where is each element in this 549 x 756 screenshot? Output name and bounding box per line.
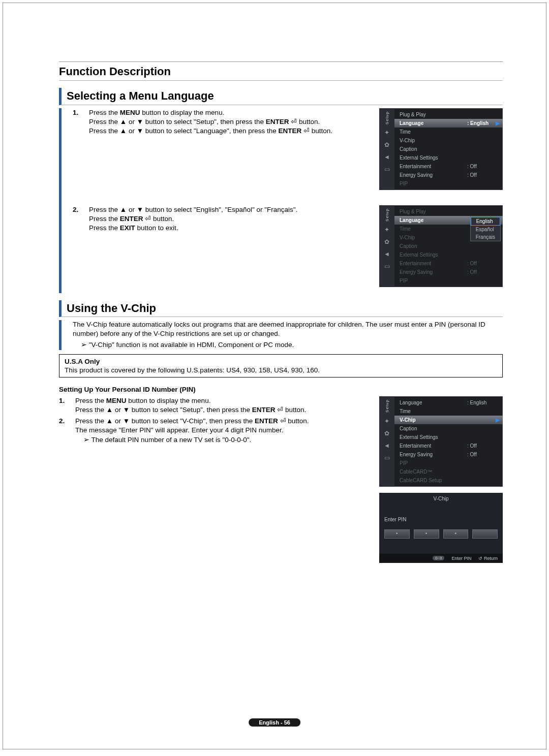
osd-item-label: Entertainment	[400, 164, 467, 169]
osd-item-label: External Settings	[400, 434, 467, 440]
step-text: Press the ▲ or ▼ button to select "Engli…	[89, 205, 297, 214]
instruction-step: 1.Press the MENU button to display the m…	[59, 396, 372, 415]
osd-row[interactable]: Caption	[394, 145, 503, 153]
osd-item-label: External Settings	[400, 252, 467, 258]
instruction-step: 2.Press the ▲ or ▼ button to select "Eng…	[73, 205, 372, 233]
osd-row[interactable]: Entertainment: Off	[394, 442, 503, 450]
vchip-intro: The V-Chip feature automatically locks o…	[73, 320, 503, 338]
osd-item-label: CableCARD™	[400, 469, 467, 475]
wand-icon: ✦	[384, 226, 389, 233]
step-text: Press the ▲ or ▼ button to select "V-Chi…	[75, 417, 309, 426]
osd-row[interactable]: PIP	[394, 459, 503, 467]
chevron-right-icon: ▶	[496, 120, 500, 127]
osd-row[interactable]: V-Chip	[394, 136, 503, 145]
signal-icon: ◄	[384, 153, 390, 161]
osd-row[interactable]: Caption	[394, 242, 503, 250]
osd-row[interactable]: PIP	[394, 276, 503, 285]
osd-item-label: Caption	[400, 243, 467, 249]
signal-icon: ◄	[384, 442, 390, 449]
osd-row[interactable]: External Settings	[394, 433, 503, 442]
osd-item-label: PIP	[400, 181, 467, 186]
osd-row[interactable]: Plug & Play	[394, 110, 503, 119]
osd-item-label: Caption	[400, 426, 467, 431]
osd-row[interactable]: Time	[394, 407, 503, 416]
osd-row[interactable]: Energy Saving: Off	[394, 450, 503, 459]
osd-item-label: Energy Saving	[400, 172, 467, 178]
osd-item-label: V-Chip	[400, 138, 467, 143]
language-option[interactable]: English	[471, 217, 500, 226]
osd-row[interactable]: External Settings	[394, 250, 503, 259]
step-text: Press the MENU button to display the men…	[75, 396, 306, 405]
osd-item-value: : Off	[467, 172, 498, 178]
screen-icon: ▭	[384, 263, 390, 270]
osd-language-dropdown: Setup ✦ ✿ ◄ ▭ Plug & PlayLanguage▶TimeV-…	[379, 205, 503, 287]
osd-setup-vchip: Setup ✦ ✿ ◄ ▭ Language: EnglishTimeV-Chi…	[379, 396, 503, 487]
osd-row[interactable]: Energy Saving: Off	[394, 268, 503, 276]
osd-row[interactable]: Plug & Play	[394, 207, 503, 216]
osd-item-value: : English	[467, 400, 498, 405]
step-text: Press the EXIT button to exit.	[89, 224, 297, 233]
gear-icon: ✿	[384, 238, 389, 245]
screen-icon: ▭	[384, 166, 390, 173]
osd-item-label: CableCARD Setup	[400, 478, 467, 483]
wand-icon: ✦	[384, 129, 389, 136]
osd-item-value: : Off	[467, 452, 498, 457]
section-selecting-language: Selecting a Menu Language	[59, 88, 503, 105]
screen-icon: ▭	[384, 454, 390, 461]
osd-item-value: : English	[467, 120, 498, 126]
osd-item-label: Language	[400, 217, 467, 223]
osd-row[interactable]: Time	[394, 128, 503, 136]
osd-item-label: Plug & Play	[400, 112, 467, 117]
osd-row[interactable]: Energy Saving: Off	[394, 171, 503, 179]
step-number: 1.	[73, 108, 83, 136]
usa-only-body: This product is covered by the following…	[65, 366, 497, 374]
step-number: 2.	[59, 417, 69, 445]
osd-item-label: Energy Saving	[400, 452, 467, 457]
step-text: The message "Enter PIN" will appear. Ent…	[75, 426, 309, 435]
osd-item-label: Entertainment	[400, 261, 467, 266]
osd-item-label: Entertainment	[400, 443, 467, 449]
chevron-right-icon: ▶	[496, 417, 500, 423]
language-option[interactable]: Français	[471, 233, 500, 241]
osd-item-label: PIP	[400, 460, 467, 466]
return-button[interactable]: Return	[478, 556, 498, 561]
osd-item-label: Energy Saving	[400, 269, 467, 275]
osd-item-value: : Off	[467, 269, 498, 275]
osd-row[interactable]: Entertainment: Off	[394, 162, 503, 171]
language-option[interactable]: Español	[471, 226, 500, 233]
step-text: Press the ▲ or ▼ button to select "Setup…	[75, 405, 306, 415]
osd-row[interactable]: CableCARD™	[394, 467, 503, 476]
osd-row[interactable]: PIP	[394, 179, 503, 188]
wand-icon: ✦	[384, 418, 389, 425]
pin-footer-label: Enter PIN	[451, 556, 471, 561]
pin-digit-box[interactable]	[472, 529, 498, 539]
signal-icon: ◄	[384, 250, 390, 258]
pin-title: V-Chip	[379, 493, 503, 505]
osd-row[interactable]: External Settings	[394, 153, 503, 162]
tab-label: Setup	[385, 208, 389, 222]
osd-item-label: Plug & Play	[400, 209, 467, 214]
gear-icon: ✿	[384, 430, 389, 437]
pin-enter-label: Enter PIN	[379, 505, 503, 526]
gear-icon: ✿	[384, 141, 389, 148]
osd-row[interactable]: Language: English▶	[394, 119, 503, 128]
tab-label: Setup	[385, 399, 389, 413]
osd-row[interactable]: Entertainment: Off	[394, 259, 503, 268]
pin-digit-box[interactable]: *	[443, 529, 469, 539]
language-dropdown[interactable]: EnglishEspañolFrançais	[470, 216, 501, 241]
osd-row[interactable]: Language: English	[394, 398, 503, 407]
osd-item-value: : Off	[467, 443, 498, 449]
page-footer: English - 56	[249, 718, 300, 727]
osd-item-value: : Off	[467, 261, 498, 266]
osd-item-label: V-Chip	[400, 417, 467, 423]
osd-row[interactable]: CableCARD Setup	[394, 476, 503, 485]
step-text: Press the ▲ or ▼ button to select "Setup…	[89, 117, 332, 127]
osd-row[interactable]: Caption	[394, 424, 503, 433]
osd-item-value: : Off	[467, 164, 498, 169]
pin-digit-box[interactable]: *	[414, 529, 439, 539]
instruction-step: 1.Press the MENU button to display the m…	[73, 108, 372, 136]
vchip-note: "V-Chip" function is not available in HD…	[73, 340, 503, 350]
pin-digit-box[interactable]: *	[384, 529, 410, 539]
step-text: Press the ENTER ⏎ button.	[89, 214, 297, 224]
osd-row[interactable]: V-Chip▶	[394, 416, 503, 424]
